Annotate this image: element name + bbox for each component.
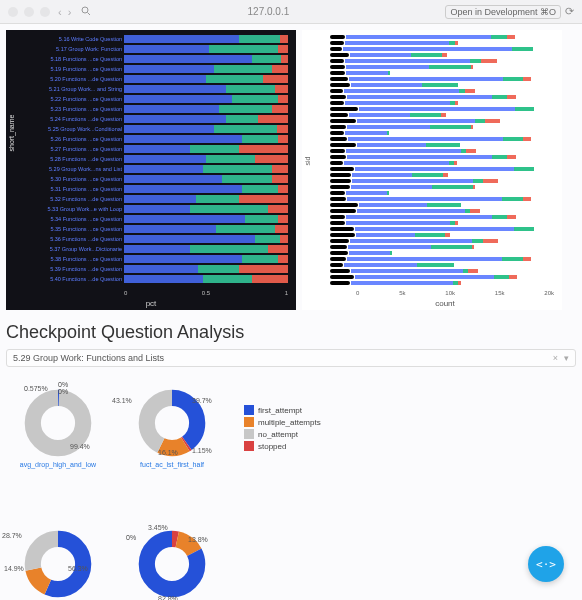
page-content: short_name 5.16 Write Code Question5.17 … xyxy=(0,24,582,600)
bar-row: 5.38 Functions ...ce Question xyxy=(46,254,288,263)
titlebar: ‹ › 127.0.0.1 Open in Development ⌘O ⟳ xyxy=(0,0,582,24)
close-icon[interactable]: × xyxy=(553,353,558,363)
question-selector[interactable]: 5.29 Group Work: Functions and Lists × ▾ xyxy=(6,349,576,367)
bar-row: 5.36 Functions ...de Question xyxy=(46,234,288,243)
count-row xyxy=(330,196,554,201)
bar-row: 5.27 Functions ...ce Question xyxy=(46,144,288,153)
count-row xyxy=(330,244,554,249)
bar-row: 5.40 Functions ...de Question xyxy=(46,274,288,283)
count-row xyxy=(330,238,554,243)
bar-row: 5.18 Functions ...ce Question xyxy=(46,54,288,63)
count-row xyxy=(330,172,554,177)
bar-row: 5.20 Functions ...de Question xyxy=(46,74,288,83)
count-row xyxy=(330,148,554,153)
count-row xyxy=(330,124,554,129)
bar-chart-count: sid 0 5k 10k 15k 20k count xyxy=(302,30,562,310)
bar-row: 5.24 Functions ...de Question xyxy=(46,114,288,123)
donut-first-half: 43.1% 39.7% 1.15% 16.1% fuct_ac_lst_firs… xyxy=(130,387,214,468)
count-row xyxy=(330,274,554,279)
count-row xyxy=(330,82,554,87)
svg-point-0 xyxy=(82,7,88,13)
count-row xyxy=(330,130,554,135)
x-axis-label: pct xyxy=(146,299,157,308)
bar-row: 5.22 Functions ...ce Question xyxy=(46,94,288,103)
selector-value: 5.29 Group Work: Functions and Lists xyxy=(13,353,164,363)
bar-row: 5.25 Group Work...Conditional xyxy=(46,124,288,133)
count-row xyxy=(330,76,554,81)
open-dev-button[interactable]: Open in Development ⌘O xyxy=(445,5,561,19)
count-row xyxy=(330,40,554,45)
count-row xyxy=(330,214,554,219)
nav-back-forward[interactable]: ‹ › xyxy=(58,6,71,18)
count-row xyxy=(330,88,554,93)
count-row xyxy=(330,184,554,189)
fab-code-button[interactable]: <·> xyxy=(528,546,564,582)
bar-row: 5.34 Functions ...ce Question xyxy=(46,214,288,223)
count-row xyxy=(330,46,554,51)
stacked-bar-chart-pct: short_name 5.16 Write Code Question5.17 … xyxy=(6,30,296,310)
refresh-icon[interactable]: ⟳ xyxy=(565,5,574,18)
bar-row: 5.17 Group Work: Function xyxy=(46,44,288,53)
count-row xyxy=(330,166,554,171)
bar-row: 5.19 Functions ...ce Question xyxy=(46,64,288,73)
bar-row: 5.39 Functions ...de Question xyxy=(46,264,288,273)
bar-row: 5.21 Group Work... and String xyxy=(46,84,288,93)
bar-row: 5.23 Functions ...ce Question xyxy=(46,104,288,113)
bar-row: 5.16 Write Code Question xyxy=(46,34,288,43)
count-row xyxy=(330,94,554,99)
count-row xyxy=(330,268,554,273)
bar-row: 5.31 Functions ...ce Question xyxy=(46,184,288,193)
address-bar[interactable]: 127.0.0.1 xyxy=(91,6,445,17)
count-row xyxy=(330,136,554,141)
bar-row: 5.37 Group Work...Dictionarie xyxy=(46,244,288,253)
chevron-right-icon: › xyxy=(68,6,72,18)
count-row xyxy=(330,160,554,165)
x-axis-label: count xyxy=(435,299,455,308)
count-row xyxy=(330,70,554,75)
count-row xyxy=(330,58,554,63)
count-row xyxy=(330,202,554,207)
donut-3: 28.7% 14.9% 56.3% xyxy=(16,528,100,600)
donut-grid: 0.575% 0%0% 99.4% avg_drop_high_and_low … xyxy=(6,367,576,600)
count-row xyxy=(330,64,554,69)
count-row xyxy=(330,154,554,159)
search-icon[interactable] xyxy=(81,6,91,18)
bar-row: 5.30 Functions ...ce Question xyxy=(46,174,288,183)
page-title: Checkpoint Question Analysis xyxy=(6,322,576,343)
svg-line-1 xyxy=(88,12,91,15)
count-row xyxy=(330,142,554,147)
count-row xyxy=(330,34,554,39)
count-row xyxy=(330,256,554,261)
count-row xyxy=(330,118,554,123)
donut-4: 3.45% 0% 13.8% 82.8% xyxy=(130,528,214,600)
count-row xyxy=(330,112,554,117)
count-row xyxy=(330,208,554,213)
bar-row: 5.33 Group Work...e with Loop xyxy=(46,204,288,213)
donut-avg-drop: 0.575% 0%0% 99.4% avg_drop_high_and_low xyxy=(16,387,100,468)
chevron-down-icon[interactable]: ▾ xyxy=(564,353,569,363)
count-row xyxy=(330,280,554,285)
count-row xyxy=(330,52,554,57)
count-row xyxy=(330,106,554,111)
count-row xyxy=(330,232,554,237)
chevron-left-icon: ‹ xyxy=(58,6,62,18)
count-row xyxy=(330,250,554,255)
bar-row: 5.29 Group Work...ns and List xyxy=(46,164,288,173)
count-row xyxy=(330,220,554,225)
window-controls[interactable] xyxy=(8,7,50,17)
count-row xyxy=(330,178,554,183)
count-row xyxy=(330,190,554,195)
y-axis-label: short_name xyxy=(8,115,15,152)
count-row xyxy=(330,262,554,267)
bar-row: 5.28 Functions ...de Question xyxy=(46,154,288,163)
bar-row: 5.32 Functions ...de Question xyxy=(46,194,288,203)
y-axis-label: sid xyxy=(304,157,311,166)
count-row xyxy=(330,100,554,105)
donut-legend: first_attempt multiple_attempts no_attem… xyxy=(244,405,321,468)
count-row xyxy=(330,226,554,231)
bar-row: 5.26 Functions ...ce Question xyxy=(46,134,288,143)
bar-row: 5.35 Functions ...ce Question xyxy=(46,224,288,233)
